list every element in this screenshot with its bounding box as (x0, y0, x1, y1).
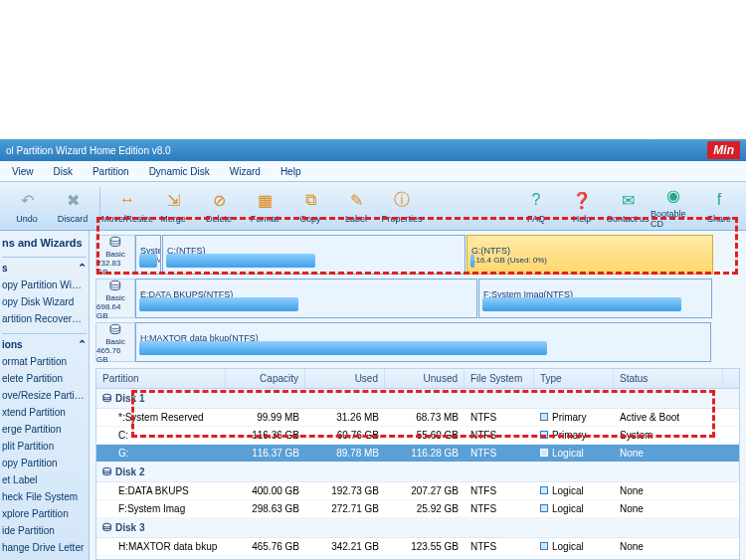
sidebar-item[interactable]: opy Disk Wizard (2, 293, 87, 310)
disk-graphic-row: ⛁Basic465.76 GBH:MAXTOR data bkup(NTFS)4… (95, 322, 740, 362)
menu-partition[interactable]: Partition (83, 163, 139, 180)
partition-block[interactable]: E:DATA BKUPS(NTFS)400.0 GB (Used: 48%) (135, 279, 477, 318)
sidebar-item[interactable]: xplore Partition (2, 505, 87, 522)
disk-group-header[interactable]: ⛁Disk 2 (96, 463, 739, 482)
table-row[interactable]: E:DATA BKUPS400.00 GB192.73 GB207.27 GBN… (96, 482, 739, 500)
table-row[interactable]: H:MAXTOR data bkup465.76 GB342.21 GB123.… (96, 538, 739, 556)
merge-icon: ⇲ (161, 188, 185, 212)
format-button[interactable]: ▦Format (242, 183, 287, 229)
menu-disk[interactable]: Disk (44, 163, 83, 180)
sidebar: ns and Wizards s ⌃ opy Partition Wizardo… (0, 231, 90, 560)
table-row[interactable]: F:System Imag298.63 GB272.71 GB25.92 GBN… (96, 500, 739, 518)
sidebar-item[interactable]: heck File System (2, 488, 87, 505)
chevron-up-icon: ⌃ (78, 262, 87, 275)
contact-us-icon: ✉ (616, 188, 640, 212)
copy-icon: ⧉ (298, 188, 322, 212)
disk-graphic-row: ⛁Basic232.83 GBSystem Reserv100 MBC:(NTF… (95, 235, 740, 275)
table-header: PartitionCapacityUsedUnusedFile SystemTy… (96, 369, 739, 389)
table-row[interactable]: *:System Reserved99.99 MB31.26 MB68.73 M… (96, 409, 739, 427)
table-row[interactable]: C:116.36 GB60.76 GB55.60 GBNTFSPrimarySy… (96, 427, 739, 445)
sidebar-item[interactable]: plit Partition (2, 438, 87, 455)
partition-block[interactable]: H:MAXTOR data bkup(NTFS)465.8 GB (Used: … (135, 322, 711, 362)
column-header[interactable]: Partition (96, 369, 226, 388)
move-resize-icon: ↔ (115, 188, 139, 212)
share-button[interactable]: fShare (696, 183, 742, 229)
disk-icon: ⛁Basic698.64 GB (95, 279, 135, 318)
partition-block[interactable]: System Reserv100 MB (135, 235, 161, 275)
merge-button[interactable]: ⇲Merge (150, 183, 196, 229)
column-header[interactable]: File System (465, 369, 534, 388)
faq-button[interactable]: ?FAQ (513, 183, 559, 229)
disk-group-header[interactable]: ⛁Disk 3 (96, 518, 739, 538)
share-icon: f (707, 188, 731, 212)
wizards-section[interactable]: s ⌃ (2, 257, 87, 277)
partition-block[interactable]: G:(NTFS)116.4 GB (Used: 0%) (466, 235, 713, 275)
operations-section[interactable]: ions ⌃ (2, 333, 87, 353)
table-row[interactable]: G:116.37 GB89.78 MB116.28 GBNTFSLogicalN… (96, 445, 739, 463)
toolbar: ↶Undo✖Discard ↔Move/Resize⇲Merge⊘Delete▦… (0, 181, 746, 231)
sidebar-item[interactable]: erge Partition (2, 421, 87, 438)
sidebar-header: ns and Wizards (2, 235, 87, 251)
properties-button[interactable]: ⓘProperties (379, 183, 425, 229)
disk-icon: ⛁ (102, 466, 111, 478)
main-panel: ⛁Basic232.83 GBSystem Reserv100 MBC:(NTF… (90, 231, 746, 560)
help-icon: ❓ (570, 188, 594, 212)
partition-block[interactable]: C:(NTFS)116.4 GB (Used: 52%) (162, 235, 466, 275)
menu-view[interactable]: View (2, 163, 44, 180)
sidebar-item[interactable]: hange Cluster Size (2, 556, 87, 560)
bootable-cd-icon: ◉ (661, 183, 685, 207)
disk-graphic-row: ⛁Basic698.64 GBE:DATA BKUPS(NTFS)400.0 G… (95, 279, 740, 318)
copy-button[interactable]: ⧉Copy (287, 183, 333, 229)
app-logo: Min (707, 141, 740, 159)
partition-table: PartitionCapacityUsedUnusedFile SystemTy… (95, 368, 740, 560)
faq-icon: ? (524, 188, 548, 212)
sidebar-item[interactable]: hange Drive Letter (2, 539, 87, 556)
sidebar-item[interactable]: elete Partition (2, 370, 87, 387)
disk-icon: ⛁ (102, 521, 111, 534)
menu-help[interactable]: Help (271, 163, 311, 180)
sidebar-item[interactable]: opy Partition Wizard (2, 277, 87, 293)
column-header[interactable]: Type (534, 369, 614, 388)
menu-wizard[interactable]: Wizard (220, 163, 271, 180)
menu-bar: ViewDiskPartitionDynamic DiskWizardHelp (0, 161, 746, 181)
chevron-up-icon: ⌃ (78, 338, 87, 351)
move-resize-button[interactable]: ↔Move/Resize (104, 183, 150, 229)
sidebar-item[interactable]: ormat Partition (2, 353, 87, 370)
column-header[interactable]: Status (614, 369, 723, 388)
disk-group-header[interactable]: ⛁Disk 1 (96, 389, 739, 409)
disk-icon: ⛁Basic232.83 GB (95, 235, 135, 275)
discard-button[interactable]: ✖Discard (50, 183, 95, 229)
label-button[interactable]: ✎Label (333, 183, 379, 229)
delete-icon: ⊘ (207, 188, 231, 212)
bootable-cd-button[interactable]: ◉Bootable CD (651, 183, 696, 229)
column-header[interactable]: Unused (385, 369, 465, 388)
undo-icon: ↶ (15, 188, 39, 212)
delete-button[interactable]: ⊘Delete (196, 183, 242, 229)
format-icon: ▦ (253, 188, 277, 212)
sidebar-item[interactable]: xtend Partition (2, 404, 87, 421)
label-icon: ✎ (344, 188, 368, 212)
sidebar-item[interactable]: opy Partition (2, 455, 87, 471)
disk-icon: ⛁Basic465.76 GB (95, 322, 135, 362)
menu-dynamic-disk[interactable]: Dynamic Disk (139, 163, 220, 180)
sidebar-item[interactable]: ide Partition (2, 522, 87, 539)
title-bar: ol Partition Wizard Home Edition v8.0 Mi… (0, 139, 746, 161)
contact-us-button[interactable]: ✉Contact us (605, 183, 651, 229)
disk-icon: ⛁ (102, 392, 111, 405)
column-header[interactable]: Used (305, 369, 385, 388)
sidebar-item[interactable]: et Label (2, 471, 87, 488)
undo-button[interactable]: ↶Undo (4, 183, 50, 229)
partition-block[interactable]: F:System Imag(NTFS)298.6 GB (Used: 91%) (478, 279, 712, 318)
discard-icon: ✖ (61, 188, 85, 212)
sidebar-item[interactable]: ove/Resize Partition (2, 387, 87, 404)
properties-icon: ⓘ (390, 188, 414, 212)
column-header[interactable]: Capacity (226, 369, 305, 388)
help-button[interactable]: ❓Help (559, 183, 605, 229)
sidebar-item[interactable]: artition Recovery Wizard (2, 310, 87, 327)
window-title: ol Partition Wizard Home Edition v8.0 (6, 145, 171, 156)
